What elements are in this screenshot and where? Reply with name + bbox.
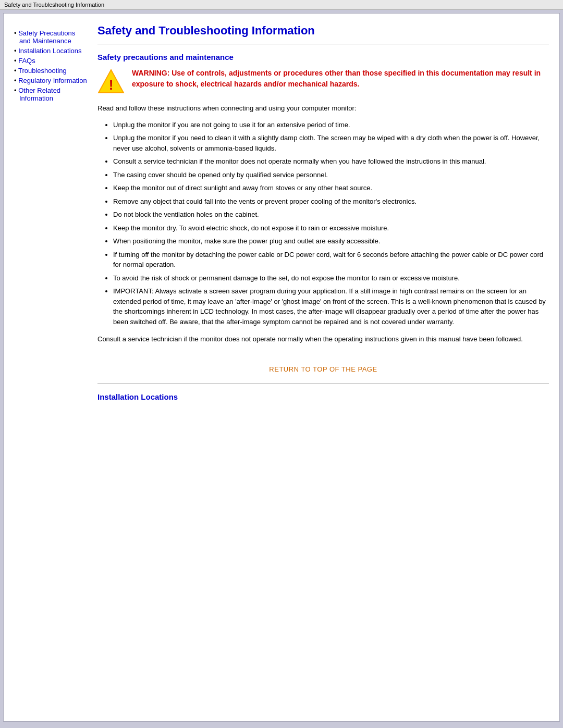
- sidebar-item-regulatory: Regulatory Information: [14, 77, 87, 84]
- intro-text: Read and follow these instructions when …: [97, 103, 549, 114]
- sidebar-link-faqs[interactable]: FAQs: [18, 57, 35, 65]
- bullet-item-4: The casing cover should be opened only b…: [113, 170, 549, 180]
- sidebar-item-installation: Installation Locations: [14, 47, 87, 55]
- layout: Safety Precautions and Maintenance Insta…: [14, 24, 549, 401]
- sidebar: Safety Precautions and Maintenance Insta…: [14, 24, 92, 401]
- return-to-top-link[interactable]: RETURN TO TOP OF THE PAGE: [269, 365, 377, 373]
- sidebar-link-safety[interactable]: Safety Precautions and Maintenance: [18, 29, 75, 45]
- warning-box: ! WARNING: Use of controls, adjustments …: [97, 68, 549, 95]
- page-title: Safety and Troubleshooting Information: [97, 24, 549, 38]
- warning-icon: !: [97, 68, 125, 95]
- bottom-divider: [97, 384, 549, 384]
- safety-bullet-list: Unplug the monitor if you are not going …: [113, 120, 549, 327]
- bullet-item-1: Unplug the monitor if you are not going …: [113, 120, 549, 130]
- bullet-item-10: If turning off the monitor by detaching …: [113, 250, 549, 270]
- top-divider: [97, 44, 549, 44]
- sidebar-item-faqs: FAQs: [14, 57, 87, 65]
- title-bar: Safety and Troubleshooting Information: [0, 0, 563, 10]
- sidebar-link-installation[interactable]: Installation Locations: [18, 47, 81, 55]
- sidebar-link-troubleshooting[interactable]: Troubleshooting: [18, 67, 67, 75]
- bullet-item-12: IMPORTANT: Always activate a screen save…: [113, 286, 549, 327]
- bullet-item-7: Do not block the ventilation holes on th…: [113, 209, 549, 220]
- sidebar-link-other[interactable]: Other Related Information: [18, 87, 60, 102]
- sidebar-item-other: Other Related Information: [14, 87, 87, 102]
- consult-text: Consult a service technician if the moni…: [97, 334, 549, 344]
- warning-text: WARNING: Use of controls, adjustments or…: [132, 68, 549, 90]
- svg-text:!: !: [109, 77, 114, 93]
- bullet-item-11: To avoid the risk of shock or permanent …: [113, 273, 549, 283]
- sidebar-item-safety: Safety Precautions and Maintenance: [14, 29, 87, 45]
- page-frame: Safety Precautions and Maintenance Insta…: [3, 13, 560, 722]
- section-heading-installation: Installation Locations: [97, 392, 549, 401]
- sidebar-nav: Safety Precautions and Maintenance Insta…: [14, 29, 87, 102]
- bullet-item-5: Keep the monitor out of direct sunlight …: [113, 183, 549, 193]
- return-to-top: RETURN TO TOP OF THE PAGE: [97, 365, 549, 373]
- bullet-item-2: Unplug the monitor if you need to clean …: [113, 133, 549, 153]
- main-content: Safety and Troubleshooting Information S…: [92, 24, 549, 401]
- sidebar-item-troubleshooting: Troubleshooting: [14, 67, 87, 75]
- browser-outer: Safety Precautions and Maintenance Insta…: [0, 10, 563, 728]
- section-heading-safety: Safety precautions and maintenance: [97, 53, 549, 61]
- bullet-item-6: Remove any object that could fall into t…: [113, 196, 549, 207]
- bullet-item-8: Keep the monitor dry. To avoid electric …: [113, 223, 549, 233]
- bullet-item-9: When positioning the monitor, make sure …: [113, 236, 549, 246]
- title-bar-text: Safety and Troubleshooting Information: [4, 2, 104, 8]
- bullet-item-3: Consult a service technician if the moni…: [113, 156, 549, 167]
- sidebar-link-regulatory[interactable]: Regulatory Information: [18, 77, 87, 84]
